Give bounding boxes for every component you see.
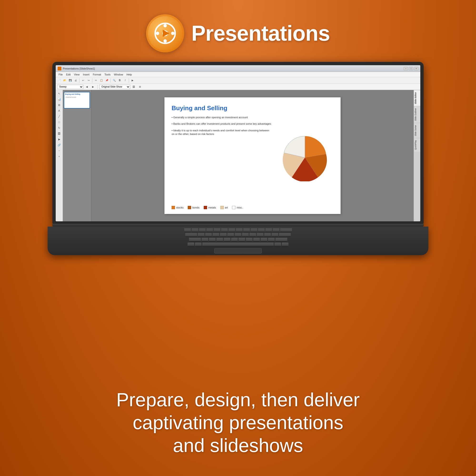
- legend-stocks: stocks: [171, 206, 184, 209]
- tb-nav-right[interactable]: ▶: [90, 84, 96, 89]
- tb-cut[interactable]: ✂: [93, 78, 99, 83]
- lt-play[interactable]: ▶: [57, 136, 62, 142]
- legend-bonds: bonds: [188, 206, 200, 209]
- keyboard-row-1: [95, 228, 381, 232]
- chart-area: [276, 116, 333, 204]
- maximize-button[interactable]: □: [409, 67, 413, 70]
- key: [216, 238, 223, 241]
- lt-minus[interactable]: −: [57, 148, 62, 153]
- tb-paste[interactable]: 📌: [104, 78, 109, 83]
- lt-shape[interactable]: □: [57, 119, 62, 125]
- menu-format[interactable]: Format: [91, 73, 102, 76]
- key: [257, 233, 263, 237]
- lt-link[interactable]: 🔗: [57, 142, 62, 148]
- tb-img[interactable]: 🖼: [131, 84, 136, 89]
- keyboard-row-space: [95, 242, 381, 246]
- menu-insert[interactable]: Insert: [81, 73, 91, 76]
- laptop-keyboard: [48, 227, 428, 255]
- slide-thumbnail[interactable]: Buying and Selling • Investment account: [64, 92, 90, 108]
- key: [235, 233, 241, 237]
- key: [192, 228, 198, 232]
- tab-slide-editor[interactable]: Slide Editor: [414, 90, 420, 106]
- label-art: art: [225, 206, 228, 209]
- tb-tbl[interactable]: ⊞: [137, 84, 143, 89]
- tab-slide-outliner[interactable]: Slide Outliner: [414, 106, 420, 123]
- tb-bold[interactable]: B: [117, 78, 122, 83]
- key: [227, 233, 234, 237]
- key: [258, 228, 265, 232]
- key: [274, 242, 281, 246]
- key: [199, 228, 206, 232]
- key: [238, 238, 245, 241]
- slideshow-dropdown[interactable]: Original Slide Show: [99, 85, 130, 89]
- laptop-container: Presentations [SlideShow1] − □ × File Ed…: [48, 62, 428, 255]
- tb-find[interactable]: 🔍: [112, 78, 117, 83]
- left-toolbar: ↖ 📊 ⊞ A ╱ □ ↻ 🖼 ▶ 🔗 − +: [56, 90, 63, 221]
- key: [195, 242, 202, 246]
- slide-area[interactable]: Buying and Selling Generally a simple pr…: [91, 90, 414, 221]
- key: [187, 242, 194, 246]
- minimize-button[interactable]: −: [404, 67, 408, 70]
- key: [243, 228, 250, 232]
- tb-open[interactable]: 📂: [62, 78, 67, 83]
- close-button[interactable]: ×: [414, 67, 418, 70]
- key: [209, 238, 216, 241]
- sep-1: [79, 78, 80, 83]
- lt-plus[interactable]: +: [57, 154, 62, 159]
- laptop-hinge: [52, 224, 424, 227]
- sep-2: [92, 78, 92, 83]
- tb-print[interactable]: 🖨: [73, 78, 78, 83]
- touchpad[interactable]: [214, 248, 262, 254]
- key: [213, 233, 219, 237]
- bottom-section: Prepare, design, then deliver captivatin…: [24, 389, 452, 457]
- menu-tools[interactable]: Tools: [103, 73, 112, 76]
- sep-4: [129, 78, 129, 83]
- tagline: Prepare, design, then deliver captivatin…: [24, 389, 452, 457]
- key: [249, 233, 256, 237]
- key: [220, 233, 227, 237]
- toolbar-1: 📄 📂 💾 🖨 ↩ ↪ ✂ 📋 📌 🔍 B I ▶: [56, 77, 420, 84]
- menu-help[interactable]: Help: [125, 73, 134, 76]
- label-bonds: bonds: [192, 206, 200, 209]
- label-misc: misc.: [237, 206, 243, 209]
- menu-window[interactable]: Window: [112, 73, 124, 76]
- tb-play[interactable]: ▶: [130, 78, 135, 83]
- lt-table[interactable]: ⊞: [57, 102, 62, 108]
- menu-file[interactable]: File: [57, 73, 64, 76]
- slide-content: Generally a simple process after opening…: [171, 116, 333, 204]
- slide-text: Generally a simple process after opening…: [171, 116, 272, 204]
- key: [205, 233, 212, 237]
- tb-redo[interactable]: ↪: [86, 78, 91, 83]
- key: [261, 238, 267, 241]
- swatch-bonds: [188, 206, 191, 209]
- menu-edit[interactable]: Edit: [65, 73, 72, 76]
- slide-title: Buying and Selling: [171, 104, 333, 112]
- legend-art: art: [221, 206, 228, 209]
- lt-text[interactable]: A: [57, 108, 62, 113]
- tb-italic[interactable]: I: [122, 78, 128, 83]
- tb-undo[interactable]: ↩: [81, 78, 86, 83]
- legend-misc: misc.: [232, 206, 243, 209]
- lt-arrow[interactable]: ↖: [57, 91, 62, 96]
- lt-rotate[interactable]: ↻: [57, 125, 62, 130]
- lt-line[interactable]: ╱: [57, 114, 62, 119]
- lt-image[interactable]: 🖼: [57, 131, 62, 136]
- key: [228, 228, 235, 232]
- key-wide: [279, 233, 291, 237]
- tb-new[interactable]: 📄: [57, 78, 62, 83]
- tab-quickplay[interactable]: QuickPlay: [414, 138, 420, 152]
- tab-slide-sorter[interactable]: Slide Sorter: [414, 123, 420, 138]
- tb-save[interactable]: 💾: [68, 78, 73, 83]
- key: [231, 238, 238, 241]
- menu-view[interactable]: View: [73, 73, 81, 76]
- bullet-2: Banks and Brokers can offer investment p…: [171, 122, 272, 126]
- key: [273, 228, 279, 232]
- key-wide: [189, 238, 201, 241]
- window-controls[interactable]: − □ ×: [404, 67, 418, 70]
- tb-copy[interactable]: 📋: [99, 78, 104, 83]
- style-dropdown[interactable]: Sweep: [57, 85, 83, 89]
- keyboard-row-3: [95, 238, 381, 241]
- lt-chart[interactable]: 📊: [57, 97, 62, 102]
- tb-nav-left[interactable]: ◀: [84, 84, 89, 89]
- svg-point-2: [164, 24, 167, 27]
